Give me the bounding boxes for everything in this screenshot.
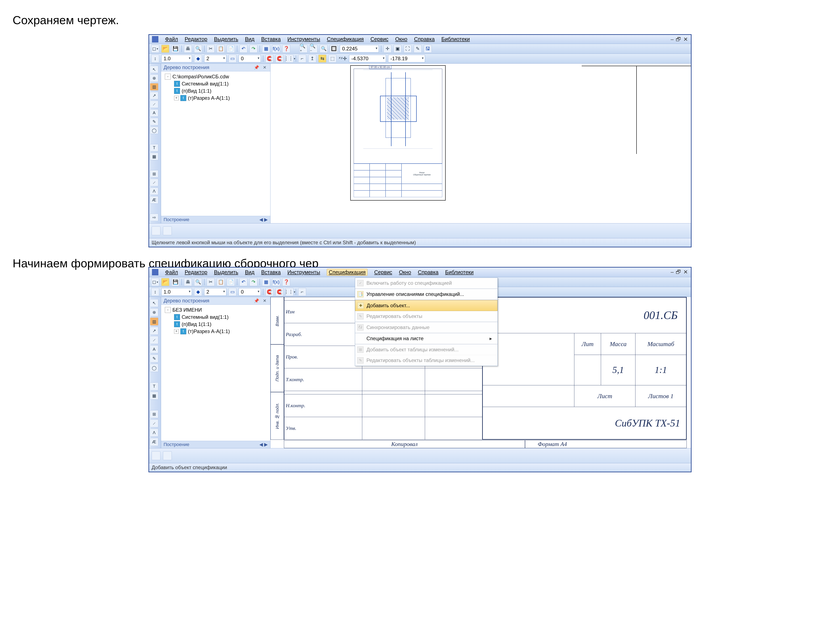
- ae-tool-icon[interactable]: Æ: [150, 196, 158, 204]
- more-tool-icon[interactable]: ⇨: [150, 213, 158, 221]
- y-field[interactable]: -178.19: [388, 55, 425, 62]
- table-tool-icon[interactable]: ▦: [150, 392, 158, 399]
- menu-libraries[interactable]: Библиотеки: [441, 36, 470, 42]
- ortho-button[interactable]: ⌐: [298, 55, 306, 63]
- menu-help[interactable]: Справка: [418, 269, 439, 275]
- close-button[interactable]: ✕: [683, 269, 688, 275]
- tree-node[interactable]: t Системный вид(1:1): [164, 314, 268, 321]
- rough-tool-icon[interactable]: Λ: [150, 429, 158, 437]
- variables-button[interactable]: f(x): [272, 278, 280, 286]
- menu-service[interactable]: Сервис: [370, 36, 388, 42]
- grid-button[interactable]: ▦: [262, 278, 270, 286]
- menu-libraries[interactable]: Библиотеки: [445, 269, 474, 275]
- menu-editor[interactable]: Редактор: [185, 36, 207, 42]
- tree-node[interactable]: t (п)Вид 1(1:1): [164, 321, 268, 328]
- menu-window[interactable]: Окно: [399, 269, 411, 275]
- tree-root[interactable]: ▫ БЕЗ ИМЕНИ: [164, 306, 268, 314]
- minimize-button[interactable]: –: [671, 269, 674, 275]
- menu-item-spec-on-sheet[interactable]: Спецификация на листе ▸: [355, 333, 497, 344]
- print-button[interactable]: 🖶: [184, 278, 192, 286]
- snap2-button[interactable]: 🧲: [276, 288, 284, 296]
- zoom-window-button[interactable]: 🔍: [320, 45, 328, 53]
- scale-combo[interactable]: 1.0: [161, 288, 192, 296]
- cut-button[interactable]: ✂: [207, 45, 215, 53]
- new-button[interactable]: ◻: [151, 45, 159, 53]
- ortho-button[interactable]: ⌐: [298, 288, 306, 296]
- menu-window[interactable]: Окно: [395, 36, 407, 42]
- prop-button[interactable]: [163, 451, 172, 460]
- tree-pin-close[interactable]: 📌 ✕: [254, 298, 268, 303]
- dim-tool-icon[interactable]: ⊞: [150, 410, 158, 418]
- hatch-tool-icon[interactable]: ▥: [150, 317, 158, 325]
- polar-button[interactable]: ↥: [308, 55, 316, 63]
- menu-file[interactable]: Файл: [165, 36, 178, 42]
- hatch-tool-icon[interactable]: ▥: [150, 83, 158, 90]
- dim-tool-icon[interactable]: ⊞: [150, 170, 158, 177]
- t-tool-icon[interactable]: T: [150, 382, 158, 390]
- t-tool-icon[interactable]: T: [150, 144, 158, 152]
- menu-insert[interactable]: Вставка: [261, 36, 281, 42]
- restore-button[interactable]: 🗗: [676, 36, 681, 43]
- point-tool-icon[interactable]: ⊕: [150, 74, 158, 82]
- zoom-fit-button[interactable]: 🔲: [330, 45, 338, 53]
- undo-button[interactable]: ↶: [239, 45, 247, 53]
- layer-combo[interactable]: 2: [204, 288, 226, 296]
- coord-button[interactable]: ⇆: [318, 55, 326, 63]
- minimize-button[interactable]: –: [671, 36, 674, 43]
- select-tool-icon[interactable]: ↖: [150, 66, 158, 73]
- linetype-combo[interactable]: 0: [238, 55, 261, 62]
- snap-button[interactable]: 🧲: [265, 55, 273, 63]
- copy-button[interactable]: 📋: [217, 278, 225, 286]
- menu-help[interactable]: Справка: [414, 36, 435, 42]
- redo-button[interactable]: ↷: [249, 278, 257, 286]
- prop-button[interactable]: [152, 226, 160, 235]
- close-button[interactable]: ✕: [683, 36, 688, 43]
- tree-node[interactable]: t (п)Вид 1(1:1): [164, 87, 268, 95]
- pan-button[interactable]: ✛: [384, 45, 392, 53]
- menu-service[interactable]: Сервис: [374, 269, 392, 275]
- restore-button[interactable]: 🗗: [676, 269, 681, 275]
- line-tool-icon[interactable]: ⟋: [150, 336, 158, 344]
- text-tool-icon[interactable]: A: [150, 109, 158, 117]
- menu-view[interactable]: Вид: [245, 269, 254, 275]
- menu-item-add-object[interactable]: ✚ Добавить объект...: [355, 300, 497, 311]
- cut-button[interactable]: ✂: [207, 278, 215, 286]
- arrow-tool-icon[interactable]: ↗: [150, 327, 158, 335]
- grid-button[interactable]: ▦: [262, 45, 270, 53]
- rough-tool-icon[interactable]: Λ: [150, 188, 158, 195]
- help-button[interactable]: ❓: [282, 278, 290, 286]
- save-button[interactable]: 💾: [171, 278, 179, 286]
- copy-button[interactable]: 📋: [217, 45, 225, 53]
- paste-button[interactable]: 📄: [227, 45, 235, 53]
- line-tool-icon[interactable]: ⟋: [150, 101, 158, 108]
- scale-combo[interactable]: 1.0: [161, 55, 192, 62]
- tree-root[interactable]: ▫ C:\kompas\РоликСБ.cdw: [164, 73, 268, 80]
- zoom-in-button[interactable]: 🔍⁺: [300, 45, 308, 53]
- tree-pin-close[interactable]: 📌 ✕: [254, 65, 268, 70]
- table-tool-icon[interactable]: ▦: [150, 153, 158, 160]
- layer-combo[interactable]: 2: [204, 55, 226, 62]
- undo-button[interactable]: ↶: [239, 278, 247, 286]
- axis-tool-icon[interactable]: ⟋: [150, 179, 158, 186]
- arrow-tool-icon[interactable]: ↗: [150, 92, 158, 99]
- select-tool-icon[interactable]: ↖: [150, 299, 158, 307]
- paste-button[interactable]: 📄: [227, 278, 235, 286]
- preview-button[interactable]: 🔍: [194, 45, 202, 53]
- open-button[interactable]: 📂: [161, 278, 169, 286]
- linetype-combo[interactable]: 0: [238, 288, 261, 296]
- new-button[interactable]: ◻: [151, 278, 159, 286]
- canvas[interactable]: 97.00 x 92.00 cm РоликСборочный чертеж: [270, 64, 691, 223]
- grid2-button[interactable]: ⋮⋮: [286, 288, 294, 296]
- tree-footer-nav[interactable]: ◀ ▶: [259, 217, 268, 223]
- snap2-button[interactable]: 🧲: [276, 55, 284, 63]
- snap-button[interactable]: 🧲: [265, 288, 273, 296]
- menu-editor[interactable]: Редактор: [185, 269, 207, 275]
- edit-tool-icon[interactable]: ✎: [150, 118, 158, 125]
- tree-node[interactable]: + t (т)Разрез А-А(1:1): [164, 328, 268, 335]
- open-button[interactable]: 📂: [161, 45, 169, 53]
- tree-footer-nav[interactable]: ◀ ▶: [259, 442, 268, 447]
- menu-tools[interactable]: Инструменты: [287, 36, 320, 42]
- menu-item-manage-descriptions[interactable]: 📑 Управление описаниями спецификаций...: [355, 289, 497, 300]
- prop-button[interactable]: [152, 451, 160, 460]
- menu-select[interactable]: Выделить: [214, 269, 238, 275]
